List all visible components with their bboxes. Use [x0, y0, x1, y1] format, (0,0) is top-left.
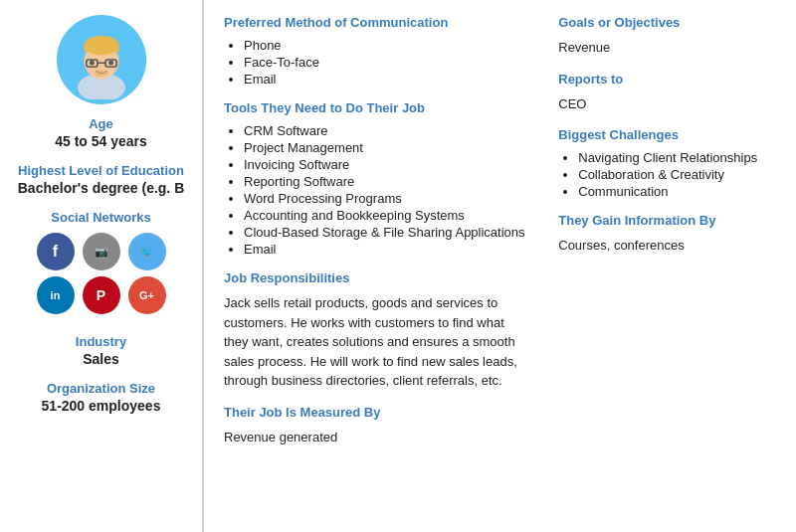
- avatar: [57, 15, 146, 104]
- pinterest-icon[interactable]: P: [83, 276, 120, 314]
- info-text: Courses, conferences: [558, 236, 776, 256]
- list-item: Cloud-Based Storage & File Sharing Appli…: [244, 225, 528, 240]
- list-item: Project Management: [244, 140, 528, 155]
- list-item: Word Processing Programs: [244, 191, 528, 206]
- svg-point-8: [90, 61, 95, 66]
- social-row-1: f 📷 🐦: [10, 233, 192, 270]
- tools-list: CRM Software Project Management Invoicin…: [224, 123, 528, 257]
- list-item: Navigating Client Relationships: [578, 150, 776, 165]
- education-value: Bachelor's degree (e.g. B: [10, 180, 192, 196]
- education-label: Highest Level of Education: [10, 163, 192, 178]
- age-section: Age 45 to 54 years: [10, 116, 192, 149]
- list-item: Accounting and Bookkeeping Systems: [244, 208, 528, 223]
- twitter-icon[interactable]: 🐦: [128, 233, 166, 270]
- svg-point-10: [94, 70, 107, 76]
- list-item: Email: [244, 242, 528, 257]
- list-item: Collaboration & Creativity: [578, 167, 776, 182]
- goals-title: Goals or Objectives: [558, 15, 776, 30]
- age-value: 45 to 54 years: [10, 133, 192, 149]
- tools-title: Tools They Need to Do Their Job: [224, 100, 528, 115]
- org-size-value: 51-200 employees: [10, 398, 192, 414]
- industry-value: Sales: [10, 351, 192, 367]
- comm-title: Preferred Method of Communication: [224, 15, 528, 30]
- social-row-2: in P G+: [10, 276, 192, 314]
- org-size-section: Organization Size 51-200 employees: [10, 381, 192, 414]
- comm-list: Phone Face-To-face Email: [224, 38, 528, 87]
- facebook-icon[interactable]: f: [37, 233, 75, 270]
- list-item: Invoicing Software: [244, 157, 528, 172]
- industry-label: Industry: [10, 334, 192, 349]
- job-resp-title: Job Responsibilities: [224, 270, 528, 285]
- list-item: Email: [244, 72, 528, 87]
- gplus-icon[interactable]: G+: [128, 276, 166, 314]
- education-section: Highest Level of Education Bachelor's de…: [10, 163, 192, 196]
- reports-text: CEO: [558, 94, 776, 114]
- social-label: Social Networks: [10, 210, 192, 225]
- main-left-col: Preferred Method of Communication Phone …: [224, 15, 528, 517]
- age-label: Age: [10, 116, 192, 131]
- list-item: Phone: [244, 38, 528, 53]
- instagram-icon[interactable]: 📷: [83, 233, 120, 270]
- svg-point-3: [84, 36, 118, 55]
- challenges-title: Biggest Challenges: [558, 127, 776, 142]
- info-title: They Gain Information By: [558, 213, 776, 228]
- list-item: Face-To-face: [244, 55, 528, 70]
- industry-section: Industry Sales: [10, 334, 192, 367]
- measured-title: Their Job Is Measured By: [224, 405, 528, 420]
- social-section: Social Networks f 📷 🐦 in P G+: [10, 210, 192, 320]
- list-item: CRM Software: [244, 123, 528, 138]
- svg-rect-4: [84, 46, 118, 52]
- svg-point-9: [108, 61, 113, 66]
- measured-text: Revenue generated: [224, 428, 528, 447]
- main-right-col: Goals or Objectives Revenue Reports to C…: [548, 15, 776, 517]
- challenges-list: Navigating Client Relationships Collabor…: [558, 150, 776, 199]
- reports-title: Reports to: [558, 72, 776, 87]
- main-content: Preferred Method of Communication Phone …: [204, 0, 796, 532]
- list-item: Reporting Software: [244, 174, 528, 189]
- linkedin-icon[interactable]: in: [37, 276, 75, 314]
- org-size-label: Organization Size: [10, 381, 192, 396]
- goals-text: Revenue: [558, 38, 776, 58]
- sidebar: Age 45 to 54 years Highest Level of Educ…: [0, 0, 204, 532]
- list-item: Communication: [578, 184, 776, 199]
- job-resp-text: Jack sells retail products, goods and se…: [224, 293, 528, 391]
